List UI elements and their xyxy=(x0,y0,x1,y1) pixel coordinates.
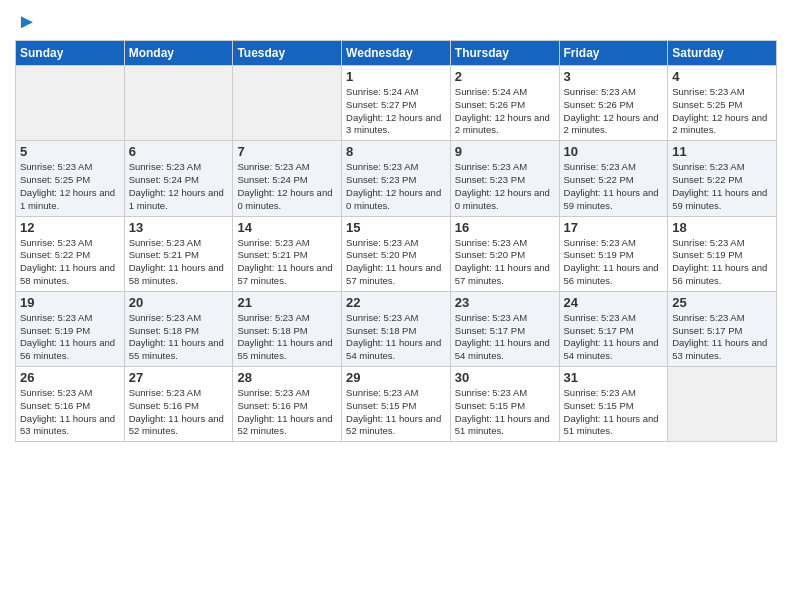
calendar-cell: 7Sunrise: 5:23 AMSunset: 5:24 PMDaylight… xyxy=(233,141,342,216)
day-info: Sunrise: 5:23 AMSunset: 5:21 PMDaylight:… xyxy=(237,237,337,288)
day-number: 2 xyxy=(455,69,555,84)
daylight-label: Daylight: 12 hours and 1 minute. xyxy=(129,187,224,211)
weekday-header-sunday: Sunday xyxy=(16,41,125,66)
sunset-label: Sunset: 5:23 PM xyxy=(346,174,416,185)
sunset-label: Sunset: 5:17 PM xyxy=(672,325,742,336)
daylight-label: Daylight: 11 hours and 53 minutes. xyxy=(20,413,115,437)
day-info: Sunrise: 5:23 AMSunset: 5:17 PMDaylight:… xyxy=(455,312,555,363)
sunrise-label: Sunrise: 5:23 AM xyxy=(237,237,309,248)
sunrise-label: Sunrise: 5:23 AM xyxy=(237,312,309,323)
sunset-label: Sunset: 5:18 PM xyxy=(237,325,307,336)
calendar-cell xyxy=(16,66,125,141)
day-info: Sunrise: 5:23 AMSunset: 5:21 PMDaylight:… xyxy=(129,237,229,288)
daylight-label: Daylight: 12 hours and 2 minutes. xyxy=(455,112,550,136)
logo: ► xyxy=(15,10,37,30)
day-number: 21 xyxy=(237,295,337,310)
day-number: 16 xyxy=(455,220,555,235)
sunrise-label: Sunrise: 5:23 AM xyxy=(129,237,201,248)
sunrise-label: Sunrise: 5:23 AM xyxy=(455,237,527,248)
sunset-label: Sunset: 5:18 PM xyxy=(129,325,199,336)
sunset-label: Sunset: 5:22 PM xyxy=(564,174,634,185)
calendar-cell: 15Sunrise: 5:23 AMSunset: 5:20 PMDayligh… xyxy=(342,216,451,291)
day-info: Sunrise: 5:23 AMSunset: 5:18 PMDaylight:… xyxy=(129,312,229,363)
sunrise-label: Sunrise: 5:23 AM xyxy=(129,161,201,172)
sunrise-label: Sunrise: 5:24 AM xyxy=(346,86,418,97)
sunrise-label: Sunrise: 5:23 AM xyxy=(346,237,418,248)
sunrise-label: Sunrise: 5:23 AM xyxy=(672,312,744,323)
calendar-cell: 18Sunrise: 5:23 AMSunset: 5:19 PMDayligh… xyxy=(668,216,777,291)
day-info: Sunrise: 5:23 AMSunset: 5:20 PMDaylight:… xyxy=(346,237,446,288)
sunrise-label: Sunrise: 5:23 AM xyxy=(237,387,309,398)
day-number: 18 xyxy=(672,220,772,235)
sunset-label: Sunset: 5:22 PM xyxy=(20,249,90,260)
day-number: 13 xyxy=(129,220,229,235)
daylight-label: Daylight: 11 hours and 55 minutes. xyxy=(129,337,224,361)
daylight-label: Daylight: 12 hours and 0 minutes. xyxy=(455,187,550,211)
day-info: Sunrise: 5:23 AMSunset: 5:18 PMDaylight:… xyxy=(237,312,337,363)
daylight-label: Daylight: 11 hours and 57 minutes. xyxy=(455,262,550,286)
sunrise-label: Sunrise: 5:23 AM xyxy=(672,237,744,248)
calendar-cell: 29Sunrise: 5:23 AMSunset: 5:15 PMDayligh… xyxy=(342,367,451,442)
day-info: Sunrise: 5:23 AMSunset: 5:25 PMDaylight:… xyxy=(672,86,772,137)
calendar-cell: 19Sunrise: 5:23 AMSunset: 5:19 PMDayligh… xyxy=(16,291,125,366)
weekday-header-row: SundayMondayTuesdayWednesdayThursdayFrid… xyxy=(16,41,777,66)
daylight-label: Daylight: 11 hours and 59 minutes. xyxy=(564,187,659,211)
sunset-label: Sunset: 5:21 PM xyxy=(237,249,307,260)
sunset-label: Sunset: 5:16 PM xyxy=(237,400,307,411)
day-number: 1 xyxy=(346,69,446,84)
day-number: 30 xyxy=(455,370,555,385)
calendar-cell: 5Sunrise: 5:23 AMSunset: 5:25 PMDaylight… xyxy=(16,141,125,216)
sunset-label: Sunset: 5:26 PM xyxy=(564,99,634,110)
day-number: 25 xyxy=(672,295,772,310)
calendar-cell: 6Sunrise: 5:23 AMSunset: 5:24 PMDaylight… xyxy=(124,141,233,216)
calendar-cell: 30Sunrise: 5:23 AMSunset: 5:15 PMDayligh… xyxy=(450,367,559,442)
sunset-label: Sunset: 5:19 PM xyxy=(564,249,634,260)
calendar-cell: 26Sunrise: 5:23 AMSunset: 5:16 PMDayligh… xyxy=(16,367,125,442)
calendar-cell: 10Sunrise: 5:23 AMSunset: 5:22 PMDayligh… xyxy=(559,141,668,216)
day-info: Sunrise: 5:23 AMSunset: 5:16 PMDaylight:… xyxy=(237,387,337,438)
calendar-cell: 13Sunrise: 5:23 AMSunset: 5:21 PMDayligh… xyxy=(124,216,233,291)
day-number: 24 xyxy=(564,295,664,310)
day-number: 15 xyxy=(346,220,446,235)
sunrise-label: Sunrise: 5:23 AM xyxy=(237,161,309,172)
calendar-cell: 16Sunrise: 5:23 AMSunset: 5:20 PMDayligh… xyxy=(450,216,559,291)
calendar-week-row: 12Sunrise: 5:23 AMSunset: 5:22 PMDayligh… xyxy=(16,216,777,291)
daylight-label: Daylight: 11 hours and 57 minutes. xyxy=(346,262,441,286)
sunrise-label: Sunrise: 5:23 AM xyxy=(346,161,418,172)
calendar-cell: 20Sunrise: 5:23 AMSunset: 5:18 PMDayligh… xyxy=(124,291,233,366)
sunrise-label: Sunrise: 5:23 AM xyxy=(20,312,92,323)
sunrise-label: Sunrise: 5:23 AM xyxy=(672,161,744,172)
day-number: 11 xyxy=(672,144,772,159)
calendar-table: SundayMondayTuesdayWednesdayThursdayFrid… xyxy=(15,40,777,442)
calendar-cell: 25Sunrise: 5:23 AMSunset: 5:17 PMDayligh… xyxy=(668,291,777,366)
calendar-week-row: 26Sunrise: 5:23 AMSunset: 5:16 PMDayligh… xyxy=(16,367,777,442)
header: ► xyxy=(15,10,777,30)
sunset-label: Sunset: 5:16 PM xyxy=(129,400,199,411)
day-info: Sunrise: 5:24 AMSunset: 5:27 PMDaylight:… xyxy=(346,86,446,137)
sunset-label: Sunset: 5:18 PM xyxy=(346,325,416,336)
daylight-label: Daylight: 11 hours and 54 minutes. xyxy=(346,337,441,361)
sunrise-label: Sunrise: 5:23 AM xyxy=(129,387,201,398)
day-info: Sunrise: 5:23 AMSunset: 5:22 PMDaylight:… xyxy=(564,161,664,212)
calendar-cell: 2Sunrise: 5:24 AMSunset: 5:26 PMDaylight… xyxy=(450,66,559,141)
calendar-cell xyxy=(233,66,342,141)
daylight-label: Daylight: 12 hours and 3 minutes. xyxy=(346,112,441,136)
weekday-header-wednesday: Wednesday xyxy=(342,41,451,66)
daylight-label: Daylight: 11 hours and 59 minutes. xyxy=(672,187,767,211)
day-info: Sunrise: 5:23 AMSunset: 5:15 PMDaylight:… xyxy=(346,387,446,438)
day-number: 9 xyxy=(455,144,555,159)
sunrise-label: Sunrise: 5:23 AM xyxy=(20,237,92,248)
day-number: 14 xyxy=(237,220,337,235)
weekday-header-tuesday: Tuesday xyxy=(233,41,342,66)
day-info: Sunrise: 5:23 AMSunset: 5:22 PMDaylight:… xyxy=(20,237,120,288)
sunset-label: Sunset: 5:17 PM xyxy=(455,325,525,336)
daylight-label: Daylight: 11 hours and 54 minutes. xyxy=(455,337,550,361)
sunset-label: Sunset: 5:17 PM xyxy=(564,325,634,336)
day-info: Sunrise: 5:23 AMSunset: 5:17 PMDaylight:… xyxy=(564,312,664,363)
sunset-label: Sunset: 5:20 PM xyxy=(455,249,525,260)
day-info: Sunrise: 5:23 AMSunset: 5:16 PMDaylight:… xyxy=(20,387,120,438)
daylight-label: Daylight: 11 hours and 52 minutes. xyxy=(129,413,224,437)
daylight-label: Daylight: 12 hours and 2 minutes. xyxy=(564,112,659,136)
daylight-label: Daylight: 11 hours and 51 minutes. xyxy=(564,413,659,437)
day-info: Sunrise: 5:23 AMSunset: 5:15 PMDaylight:… xyxy=(455,387,555,438)
